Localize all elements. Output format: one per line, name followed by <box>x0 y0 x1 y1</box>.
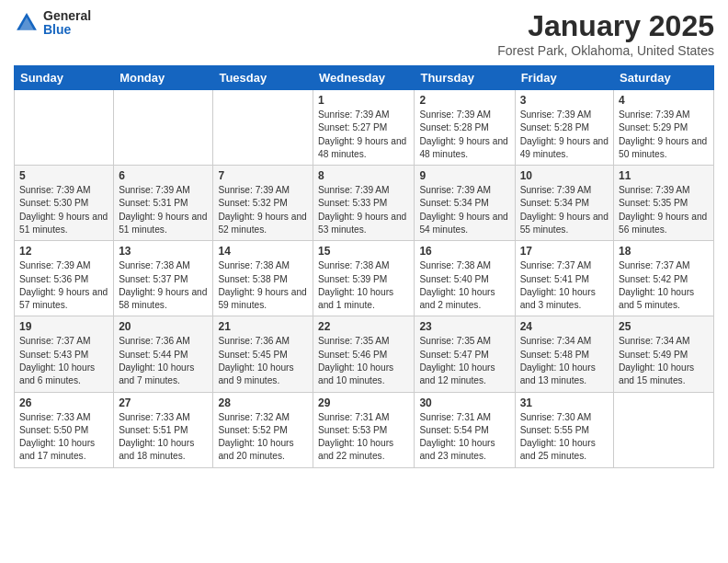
calendar-cell: 30Sunrise: 7:31 AM Sunset: 5:54 PM Dayli… <box>415 392 515 467</box>
day-number: 31 <box>520 396 609 409</box>
calendar-week-row: 1Sunrise: 7:39 AM Sunset: 5:27 PM Daylig… <box>15 90 714 166</box>
calendar-cell: 29Sunrise: 7:31 AM Sunset: 5:53 PM Dayli… <box>313 392 415 467</box>
day-number: 18 <box>619 245 709 258</box>
day-info: Sunrise: 7:38 AM Sunset: 5:38 PM Dayligh… <box>218 259 308 312</box>
day-info: Sunrise: 7:39 AM Sunset: 5:28 PM Dayligh… <box>419 109 509 161</box>
day-number: 6 <box>119 169 208 182</box>
day-info: Sunrise: 7:39 AM Sunset: 5:27 PM Dayligh… <box>318 109 409 161</box>
logo: General Blue <box>14 9 91 38</box>
day-info: Sunrise: 7:37 AM Sunset: 5:42 PM Dayligh… <box>619 259 709 312</box>
day-number: 27 <box>119 396 208 409</box>
page-header: General Blue January 2025 Forest Park, O… <box>14 9 714 58</box>
day-info: Sunrise: 7:39 AM Sunset: 5:31 PM Dayligh… <box>119 184 208 236</box>
calendar-cell <box>15 90 114 166</box>
day-info: Sunrise: 7:37 AM Sunset: 5:41 PM Dayligh… <box>520 259 609 312</box>
calendar-cell: 23Sunrise: 7:35 AM Sunset: 5:47 PM Dayli… <box>415 316 515 392</box>
day-info: Sunrise: 7:38 AM Sunset: 5:39 PM Dayligh… <box>318 259 409 312</box>
day-info: Sunrise: 7:39 AM Sunset: 5:36 PM Dayligh… <box>19 259 108 312</box>
day-info: Sunrise: 7:30 AM Sunset: 5:55 PM Dayligh… <box>520 411 609 464</box>
calendar-week-row: 26Sunrise: 7:33 AM Sunset: 5:50 PM Dayli… <box>15 392 714 467</box>
day-info: Sunrise: 7:34 AM Sunset: 5:49 PM Dayligh… <box>619 335 709 387</box>
calendar-cell: 9Sunrise: 7:39 AM Sunset: 5:34 PM Daylig… <box>415 166 515 241</box>
day-info: Sunrise: 7:35 AM Sunset: 5:46 PM Dayligh… <box>318 335 409 387</box>
calendar-cell: 31Sunrise: 7:30 AM Sunset: 5:55 PM Dayli… <box>515 392 613 467</box>
day-number: 23 <box>419 320 509 333</box>
day-number: 15 <box>318 245 409 258</box>
calendar-cell: 14Sunrise: 7:38 AM Sunset: 5:38 PM Dayli… <box>213 241 313 316</box>
calendar-week-row: 12Sunrise: 7:39 AM Sunset: 5:36 PM Dayli… <box>15 241 714 316</box>
day-info: Sunrise: 7:33 AM Sunset: 5:50 PM Dayligh… <box>19 411 108 464</box>
day-number: 24 <box>520 320 609 333</box>
calendar-cell <box>213 90 313 166</box>
day-info: Sunrise: 7:39 AM Sunset: 5:33 PM Dayligh… <box>318 184 409 236</box>
day-info: Sunrise: 7:37 AM Sunset: 5:43 PM Dayligh… <box>19 335 108 387</box>
calendar-cell: 25Sunrise: 7:34 AM Sunset: 5:49 PM Dayli… <box>614 316 714 392</box>
calendar-cell: 18Sunrise: 7:37 AM Sunset: 5:42 PM Dayli… <box>614 241 714 316</box>
title-block: January 2025 Forest Park, Oklahoma, Unit… <box>497 9 714 58</box>
calendar-cell <box>114 90 213 166</box>
calendar-cell: 6Sunrise: 7:39 AM Sunset: 5:31 PM Daylig… <box>114 166 213 241</box>
day-number: 10 <box>520 169 609 182</box>
month-title: January 2025 <box>497 9 714 43</box>
calendar-cell: 26Sunrise: 7:33 AM Sunset: 5:50 PM Dayli… <box>15 392 114 467</box>
day-number: 8 <box>318 169 409 182</box>
calendar-cell: 12Sunrise: 7:39 AM Sunset: 5:36 PM Dayli… <box>15 241 114 316</box>
day-info: Sunrise: 7:36 AM Sunset: 5:44 PM Dayligh… <box>119 335 208 387</box>
day-info: Sunrise: 7:39 AM Sunset: 5:32 PM Dayligh… <box>218 184 308 236</box>
column-header-tuesday: Tuesday <box>213 66 313 90</box>
calendar-cell: 16Sunrise: 7:38 AM Sunset: 5:40 PM Dayli… <box>415 241 515 316</box>
day-info: Sunrise: 7:39 AM Sunset: 5:35 PM Dayligh… <box>619 184 709 236</box>
day-number: 29 <box>318 396 409 409</box>
day-number: 28 <box>218 396 308 409</box>
day-info: Sunrise: 7:38 AM Sunset: 5:40 PM Dayligh… <box>419 259 509 312</box>
day-number: 17 <box>520 245 609 258</box>
day-info: Sunrise: 7:34 AM Sunset: 5:48 PM Dayligh… <box>520 335 609 387</box>
column-header-wednesday: Wednesday <box>313 66 415 90</box>
day-info: Sunrise: 7:38 AM Sunset: 5:37 PM Dayligh… <box>119 259 208 312</box>
day-number: 20 <box>119 320 208 333</box>
calendar-header-row: SundayMondayTuesdayWednesdayThursdayFrid… <box>15 66 714 90</box>
day-number: 16 <box>419 245 509 258</box>
day-number: 25 <box>619 320 709 333</box>
logo-general: General <box>43 9 91 23</box>
column-header-friday: Friday <box>515 66 613 90</box>
calendar-cell: 11Sunrise: 7:39 AM Sunset: 5:35 PM Dayli… <box>614 166 714 241</box>
day-info: Sunrise: 7:33 AM Sunset: 5:51 PM Dayligh… <box>119 411 208 464</box>
day-number: 19 <box>19 320 108 333</box>
day-number: 30 <box>419 396 509 409</box>
calendar-cell: 4Sunrise: 7:39 AM Sunset: 5:29 PM Daylig… <box>614 90 714 166</box>
calendar-cell: 8Sunrise: 7:39 AM Sunset: 5:33 PM Daylig… <box>313 166 415 241</box>
calendar-week-row: 19Sunrise: 7:37 AM Sunset: 5:43 PM Dayli… <box>15 316 714 392</box>
calendar-cell: 20Sunrise: 7:36 AM Sunset: 5:44 PM Dayli… <box>114 316 213 392</box>
day-info: Sunrise: 7:39 AM Sunset: 5:30 PM Dayligh… <box>19 184 108 236</box>
day-number: 3 <box>520 94 609 107</box>
day-info: Sunrise: 7:32 AM Sunset: 5:52 PM Dayligh… <box>218 411 308 464</box>
day-info: Sunrise: 7:35 AM Sunset: 5:47 PM Dayligh… <box>419 335 509 387</box>
calendar-cell: 13Sunrise: 7:38 AM Sunset: 5:37 PM Dayli… <box>114 241 213 316</box>
calendar-cell: 10Sunrise: 7:39 AM Sunset: 5:34 PM Dayli… <box>515 166 613 241</box>
day-number: 12 <box>19 245 108 258</box>
day-info: Sunrise: 7:39 AM Sunset: 5:34 PM Dayligh… <box>419 184 509 236</box>
day-number: 11 <box>619 169 709 182</box>
calendar-cell: 7Sunrise: 7:39 AM Sunset: 5:32 PM Daylig… <box>213 166 313 241</box>
calendar-cell: 22Sunrise: 7:35 AM Sunset: 5:46 PM Dayli… <box>313 316 415 392</box>
day-info: Sunrise: 7:31 AM Sunset: 5:53 PM Dayligh… <box>318 411 409 464</box>
day-number: 13 <box>119 245 208 258</box>
calendar-week-row: 5Sunrise: 7:39 AM Sunset: 5:30 PM Daylig… <box>15 166 714 241</box>
day-number: 1 <box>318 94 409 107</box>
day-number: 4 <box>619 94 709 107</box>
day-number: 7 <box>218 169 308 182</box>
calendar-cell: 15Sunrise: 7:38 AM Sunset: 5:39 PM Dayli… <box>313 241 415 316</box>
day-info: Sunrise: 7:39 AM Sunset: 5:28 PM Dayligh… <box>520 109 609 161</box>
calendar-cell: 1Sunrise: 7:39 AM Sunset: 5:27 PM Daylig… <box>313 90 415 166</box>
logo-text: General Blue <box>43 9 91 38</box>
day-number: 26 <box>19 396 108 409</box>
day-info: Sunrise: 7:31 AM Sunset: 5:54 PM Dayligh… <box>419 411 509 464</box>
day-number: 22 <box>318 320 409 333</box>
calendar-cell: 2Sunrise: 7:39 AM Sunset: 5:28 PM Daylig… <box>415 90 515 166</box>
day-number: 9 <box>419 169 509 182</box>
calendar-cell <box>614 392 714 467</box>
calendar-cell: 24Sunrise: 7:34 AM Sunset: 5:48 PM Dayli… <box>515 316 613 392</box>
location: Forest Park, Oklahoma, United States <box>497 43 714 58</box>
column-header-thursday: Thursday <box>415 66 515 90</box>
